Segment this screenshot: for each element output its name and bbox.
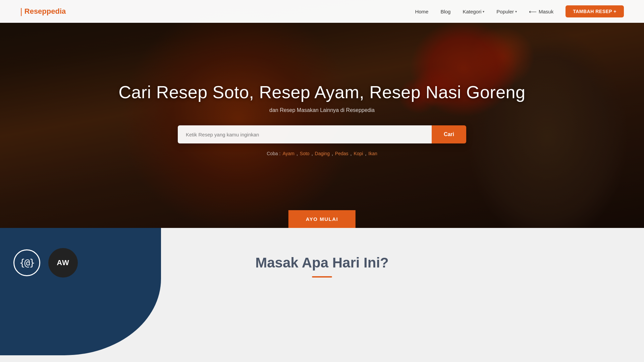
ayo-mulai-button[interactable]: AYO MULAI [288,210,356,228]
lower-bg-arc [0,228,161,355]
nav-home[interactable]: Home [415,9,428,14]
suggestion-ayam[interactable]: Ayam [282,151,294,156]
hero-section: Cari Resep Soto, Resep Ayam, Resep Nasi … [0,0,644,228]
search-suggestions: Coba : Ayam , Soto , Daging , Pedas , Ko… [267,151,377,156]
suggestion-soto[interactable]: Soto [300,151,310,156]
section-divider [312,276,332,278]
tambah-resep-button[interactable]: TAMBAH RESEP + [566,5,624,17]
hero-content: Cari Resep Soto, Resep Ayam, Resep Nasi … [0,0,644,228]
hero-title: Cari Resep Soto, Resep Ayam, Resep Nasi … [119,82,526,103]
suggestion-daging[interactable]: Daging [315,151,330,156]
hero-subtitle: dan Resep Masakan Lainnya di Reseppedia [269,107,375,113]
lower-content: Masak Apa Hari Ini? [0,248,644,278]
logo-pipe: | [20,6,22,17]
lower-section: {@} AW Masak Apa Hari Ini? [0,228,644,362]
masuk-icon: ⟵ [529,8,537,15]
section-title: Masak Apa Hari Ini? [0,255,644,271]
suggestion-kopi[interactable]: Kopi [354,151,363,156]
suggestions-label: Coba : [267,151,280,156]
search-bar: Cari [178,125,466,143]
suggestion-ikan[interactable]: Ikan [368,151,377,156]
suggestion-pedas[interactable]: Pedas [335,151,348,156]
populer-chevron-icon: ▾ [515,10,517,13]
nav-kategori[interactable]: Kategori ▾ [463,9,484,14]
nav-populer[interactable]: Populer ▾ [496,9,517,14]
kategori-chevron-icon: ▾ [483,10,484,13]
logo-text: Reseppedia [24,7,66,16]
navbar: |Reseppedia Home Blog Kategori ▾ Populer… [0,0,644,23]
nav-links: Home Blog Kategori ▾ Populer ▾ ⟵ Masuk T… [415,5,624,17]
search-input[interactable] [178,125,432,143]
nav-blog[interactable]: Blog [440,9,450,14]
nav-masuk[interactable]: ⟵ Masuk [529,8,553,15]
logo[interactable]: |Reseppedia [20,6,66,17]
search-button[interactable]: Cari [432,125,466,143]
